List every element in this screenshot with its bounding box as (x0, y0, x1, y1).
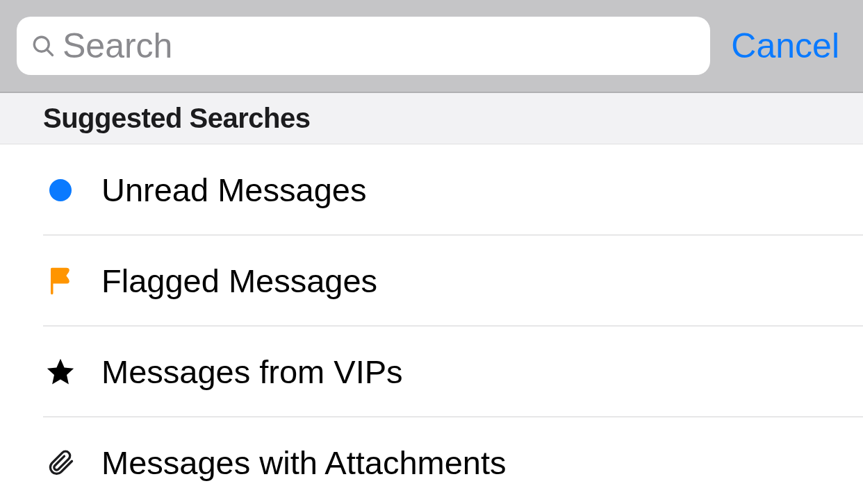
suggestion-label: Unread Messages (101, 171, 366, 209)
suggestion-attachments[interactable]: Messages with Attachments (0, 417, 863, 504)
unread-dot-icon (43, 173, 78, 208)
search-input-wrapper[interactable] (17, 17, 710, 75)
suggestions-list: Unread Messages Flagged Messages Message… (0, 144, 863, 504)
search-icon (31, 33, 56, 58)
suggestion-label: Messages with Attachments (101, 444, 507, 482)
search-bar: Cancel (0, 0, 863, 93)
flag-icon (43, 264, 78, 299)
star-icon (43, 355, 78, 389)
suggestion-unread[interactable]: Unread Messages (0, 144, 863, 235)
svg-line-1 (47, 50, 53, 56)
section-header: Suggested Searches (0, 93, 863, 144)
suggestion-label: Messages from VIPs (101, 353, 403, 391)
suggestion-label: Flagged Messages (101, 262, 377, 300)
suggestion-vip[interactable]: Messages from VIPs (0, 326, 863, 417)
suggestion-flagged[interactable]: Flagged Messages (0, 235, 863, 326)
cancel-button[interactable]: Cancel (731, 26, 839, 66)
search-input[interactable] (61, 26, 696, 66)
paperclip-icon (43, 446, 78, 480)
